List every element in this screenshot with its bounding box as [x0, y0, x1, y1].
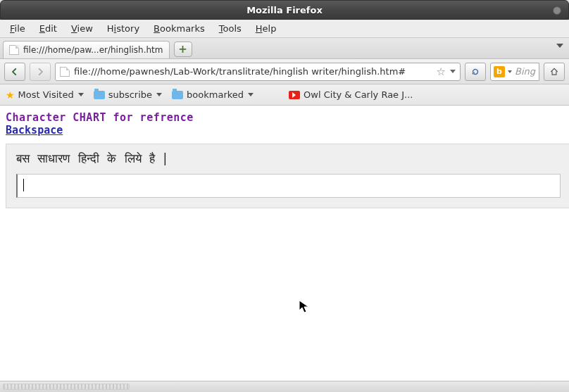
- tab-active[interactable]: file:///home/paw...er/hinglish.htm: [3, 41, 170, 58]
- menu-help[interactable]: Help: [250, 21, 282, 36]
- page-heading: Character CHART for refrence: [6, 111, 569, 124]
- nav-toolbar: file:///home/pawnesh/Lab-Work/translitra…: [0, 59, 569, 84]
- site-identity-icon[interactable]: [60, 67, 70, 77]
- reload-button[interactable]: [465, 63, 486, 81]
- home-icon: [549, 67, 559, 77]
- search-box-group: b Bing: [490, 63, 539, 81]
- tab-label: file:///home/paw...er/hinglish.htm: [23, 45, 163, 55]
- search-engine-dropdown-icon[interactable]: [508, 70, 512, 73]
- arrow-left-icon: [10, 67, 20, 77]
- page-content: Character CHART for refrence Backspace ब…: [0, 106, 569, 381]
- status-bar-gripper[interactable]: [3, 384, 130, 390]
- sample-output-text: बस साधारण हिन्दी के लिये है |: [16, 151, 561, 165]
- menu-tools[interactable]: Tools: [213, 21, 247, 36]
- text-caret: [23, 179, 24, 191]
- menu-view[interactable]: View: [65, 21, 99, 36]
- chevron-down-icon: [78, 93, 84, 96]
- transliteration-input[interactable]: [16, 174, 561, 198]
- back-button[interactable]: [4, 63, 25, 81]
- status-bar: [0, 381, 569, 392]
- menu-edit[interactable]: Edit: [34, 21, 63, 36]
- chevron-down-icon: [156, 93, 162, 96]
- home-button[interactable]: [544, 63, 565, 81]
- backspace-link[interactable]: Backspace: [6, 124, 63, 137]
- menu-bar: File Edit View History Bookmarks Tools H…: [0, 20, 569, 38]
- bookmark-bookmarked[interactable]: bookmarked: [172, 89, 254, 100]
- folder-icon: [94, 91, 105, 99]
- window-control-dot[interactable]: [553, 6, 561, 15]
- page-icon: [9, 45, 19, 55]
- chevron-down-icon: [248, 93, 254, 96]
- youtube-icon: [289, 91, 300, 99]
- search-box[interactable]: b Bing: [490, 63, 539, 81]
- menu-history[interactable]: History: [101, 21, 145, 36]
- folder-icon: [172, 91, 183, 99]
- forward-button[interactable]: [30, 63, 51, 81]
- tab-overflow-icon[interactable]: [556, 44, 563, 48]
- bookmark-owl-city[interactable]: Owl City & Carly Rae J...: [289, 89, 413, 100]
- menu-file[interactable]: File: [4, 21, 31, 36]
- bookmark-label: bookmarked: [187, 89, 244, 100]
- url-bar[interactable]: file:///home/pawnesh/Lab-Work/translitra…: [55, 63, 461, 81]
- window-title: Mozilla Firefox: [246, 5, 323, 15]
- tab-strip: file:///home/paw...er/hinglish.htm +: [0, 38, 569, 59]
- search-placeholder: Bing: [515, 66, 535, 77]
- transliteration-panel: बस साधारण हिन्दी के लिये है |: [6, 144, 569, 208]
- arrow-right-icon: [35, 67, 45, 77]
- menu-bookmarks[interactable]: Bookmarks: [148, 21, 211, 36]
- bookmark-label: Owl City & Carly Rae J...: [304, 89, 413, 100]
- bookmark-most-visited[interactable]: ★ Most Visited: [6, 89, 84, 101]
- bookmark-label: Most Visited: [18, 89, 74, 100]
- bookmark-subscribe[interactable]: subscribe: [94, 89, 162, 100]
- new-tab-button[interactable]: +: [174, 42, 192, 57]
- bing-icon: b: [494, 66, 505, 77]
- bookmark-label: subscribe: [108, 89, 152, 100]
- bookmarks-toolbar: ★ Most Visited subscribe bookmarked Owl …: [0, 84, 569, 106]
- reload-icon: [470, 67, 480, 77]
- star-icon: ★: [6, 89, 15, 101]
- url-text: file:///home/pawnesh/Lab-Work/translitra…: [74, 66, 432, 77]
- window-titlebar: Mozilla Firefox: [0, 0, 569, 20]
- bookmark-star-icon[interactable]: ☆: [437, 65, 446, 78]
- url-dropdown-icon[interactable]: [450, 70, 456, 73]
